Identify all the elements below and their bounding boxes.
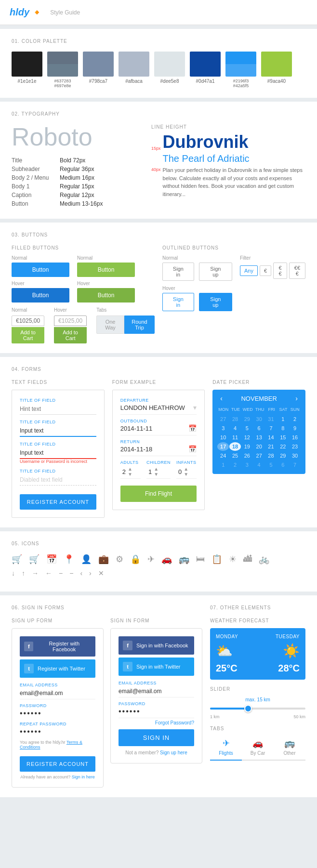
dp-next[interactable]: › xyxy=(292,395,301,402)
bed-icon[interactable]: 🛏 xyxy=(196,554,205,565)
day-5-next[interactable]: 5 xyxy=(265,460,277,469)
green-hover-button[interactable]: Button xyxy=(77,288,135,302)
dp-prev[interactable]: ‹ xyxy=(217,395,225,402)
plane-icon[interactable]: ✈ xyxy=(147,554,155,565)
minus2-icon[interactable]: − xyxy=(69,569,73,577)
bus-icon[interactable]: 🚌 xyxy=(179,554,189,565)
day-28[interactable]: 28 xyxy=(265,451,277,460)
sun-icon[interactable]: ☀ xyxy=(229,554,237,565)
day-7-next[interactable]: 7 xyxy=(289,460,301,469)
day-12[interactable]: 12 xyxy=(241,433,253,442)
add-cart-normal[interactable]: Add to Cart xyxy=(12,327,44,343)
day-20[interactable]: 20 xyxy=(253,442,265,451)
day-6-next[interactable]: 6 xyxy=(277,460,289,469)
day-19[interactable]: 19 xyxy=(241,442,253,451)
chevron-left-icon[interactable]: ‹ xyxy=(80,569,82,577)
email-input-signup[interactable] xyxy=(20,688,95,699)
day-11[interactable]: 11 xyxy=(229,433,241,442)
day-13[interactable]: 13 xyxy=(253,433,265,442)
day-31-prev[interactable]: 31 xyxy=(265,415,277,423)
filter-3euro[interactable]: €€€ xyxy=(289,263,305,279)
day-9[interactable]: 9 xyxy=(289,424,301,433)
cart2-icon[interactable]: 🛒 xyxy=(29,554,40,565)
day-14[interactable]: 14 xyxy=(265,433,277,442)
sign-in-button[interactable]: SIGN IN xyxy=(119,729,194,746)
car-icon[interactable]: 🚗 xyxy=(161,554,172,565)
day-2-next[interactable]: 2 xyxy=(229,460,241,469)
forgot-password-link[interactable]: Forgot Password? xyxy=(119,720,194,725)
arrow-down-icon[interactable]: ↓ xyxy=(12,569,15,577)
day-23[interactable]: 23 xyxy=(289,442,301,451)
location-icon[interactable]: 📍 xyxy=(64,554,74,565)
outline-signup-hover[interactable]: Sign up xyxy=(199,293,232,311)
day-7[interactable]: 7 xyxy=(265,424,277,433)
email-input-signin[interactable] xyxy=(119,686,194,697)
day-1[interactable]: 1 xyxy=(277,415,289,423)
day-2[interactable]: 2 xyxy=(289,415,301,423)
find-flight-button[interactable]: Find Flight xyxy=(120,486,197,502)
tab-flights[interactable]: ✈ Flights xyxy=(210,735,242,761)
day-16[interactable]: 16 xyxy=(289,433,301,442)
chevron-right-icon[interactable]: › xyxy=(89,569,92,577)
day-4-next[interactable]: 4 xyxy=(253,460,265,469)
register-btn-signup[interactable]: REGISTER ACCOUNT xyxy=(20,756,95,772)
slider-track[interactable] xyxy=(210,708,305,710)
day-17-today[interactable]: 17 xyxy=(217,442,229,451)
day-27-prev[interactable]: 27 xyxy=(217,415,229,423)
fb-signin-button[interactable]: f Sign in with Facebook xyxy=(119,636,194,655)
day-29[interactable]: 29 xyxy=(277,451,289,460)
sign-in-here-link[interactable]: Sign in here xyxy=(72,775,95,779)
outbound-calendar-icon[interactable]: 📅 xyxy=(188,424,197,432)
bike-icon[interactable]: 🚲 xyxy=(259,554,269,565)
day-1-next[interactable]: 1 xyxy=(217,460,229,469)
return-calendar-icon[interactable]: 📅 xyxy=(188,445,197,453)
outline-signup-normal[interactable]: Sign up xyxy=(199,263,232,281)
day-26[interactable]: 26 xyxy=(241,451,253,460)
day-5[interactable]: 5 xyxy=(241,424,253,433)
outline-signin-normal[interactable]: Sign in xyxy=(162,263,194,281)
children-up[interactable]: ▲ xyxy=(154,466,158,472)
filter-2euro[interactable]: €€ xyxy=(273,263,287,279)
arrow-right-icon[interactable]: → xyxy=(32,569,39,577)
add-cart-hover[interactable]: Add to Cart xyxy=(54,327,87,343)
briefcase-icon[interactable]: 💼 xyxy=(98,554,109,565)
tw-signin-button[interactable]: t Sign in with Twitter xyxy=(119,658,194,676)
calendar-icon[interactable]: 📅 xyxy=(46,554,57,565)
fb-signup-button[interactable]: f Register with Facebook xyxy=(20,636,95,657)
tw-signup-button[interactable]: t Register with Twitter xyxy=(20,659,95,678)
day-4[interactable]: 4 xyxy=(229,424,241,433)
list-icon[interactable]: 📋 xyxy=(211,554,222,565)
day-18-selected[interactable]: 18 xyxy=(229,442,241,451)
sign-up-link[interactable]: Sign up here xyxy=(160,750,187,755)
arrow-up-icon[interactable]: ↑ xyxy=(22,569,25,577)
close-icon[interactable]: ✕ xyxy=(98,569,104,577)
day-27[interactable]: 27 xyxy=(253,451,265,460)
person-icon[interactable]: 👤 xyxy=(81,554,92,565)
blue-hover-button[interactable]: Button xyxy=(12,288,69,302)
infants-down[interactable]: ▼ xyxy=(184,472,188,477)
day-30-prev[interactable]: 30 xyxy=(253,415,265,423)
day-30[interactable]: 30 xyxy=(289,451,301,460)
day-29-prev[interactable]: 29 xyxy=(241,415,253,423)
error-field-input[interactable] xyxy=(20,447,96,459)
gear-icon[interactable]: ⚙ xyxy=(116,554,123,565)
active-field-input[interactable] xyxy=(20,425,96,437)
day-3-next[interactable]: 3 xyxy=(241,460,253,469)
filter-any[interactable]: Any xyxy=(240,265,258,276)
outline-signin-hover[interactable]: Sign in xyxy=(162,293,194,311)
blue-normal-button[interactable]: Button xyxy=(12,263,69,277)
hint-field-input[interactable] xyxy=(20,404,96,415)
tab-other[interactable]: 🚌 Other xyxy=(274,735,305,760)
tab-by-car[interactable]: 🚗 By Car xyxy=(242,735,274,760)
filter-1euro[interactable]: € xyxy=(260,265,271,276)
building-icon[interactable]: 🏙 xyxy=(243,554,252,565)
register-account-button[interactable]: REGISTER ACCOUNT xyxy=(20,494,96,510)
cart-icon[interactable]: 🛒 xyxy=(12,554,22,565)
lock-icon[interactable]: 🔒 xyxy=(130,554,141,565)
tab-round-trip[interactable]: Round Trip xyxy=(124,316,155,334)
day-24[interactable]: 24 xyxy=(217,451,229,460)
adults-up[interactable]: ▲ xyxy=(128,466,132,472)
day-15[interactable]: 15 xyxy=(277,433,289,442)
infants-up[interactable]: ▲ xyxy=(184,466,188,472)
day-22[interactable]: 22 xyxy=(277,442,289,451)
